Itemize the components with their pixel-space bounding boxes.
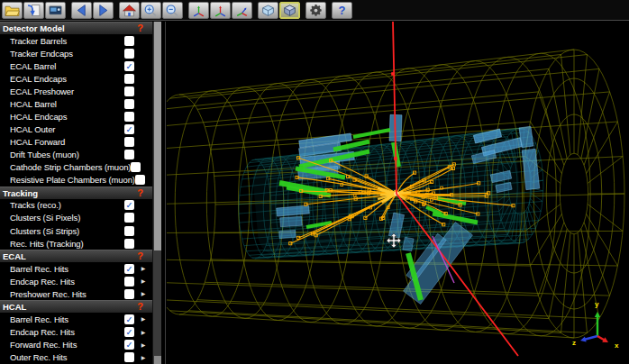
checkbox-cathode-strip-chambers-muon[interactable] [131,162,141,172]
item-label: HCAL Outer [10,124,124,134]
sidebar-item-detector-model-hcal-forward: HCAL Forward [0,136,152,149]
axes-3-icon [234,4,250,17]
zoom-in-button[interactable] [141,2,161,19]
section-help-link[interactable]: ? [137,23,143,33]
checkbox-hcal-barrel[interactable] [124,99,134,109]
checkbox-tracker-endcaps[interactable] [124,49,134,59]
section-title: Tracking [3,188,137,198]
checkbox-drift-tubes-muon[interactable] [124,150,134,159]
checkbox-ecal-preshower[interactable] [124,86,134,96]
sidebar-item-tracking-tracks-reco: Tracks (reco.)✓ [0,199,152,212]
cube-light-icon [260,4,276,17]
section-header-detector-model: Detector Model? [0,22,152,34]
expand-arrow-icon[interactable]: ▶ [138,316,149,322]
panel-divider [165,22,166,364]
view-axis-yz-button[interactable] [232,2,252,19]
checkbox-rec-hits-tracking[interactable] [124,239,134,249]
axis-label-z: z [572,339,576,347]
expand-arrow-icon[interactable]: ▶ [138,278,149,284]
layer-tree-panel: Detector Model?Tracker BarrelsTracker En… [0,22,152,364]
expand-arrow-icon[interactable]: ▶ [138,330,149,335]
checkbox-clusters-si-strips[interactable] [124,226,134,236]
item-label: Barrel Rec. Hits [10,264,124,274]
expand-arrow-icon[interactable]: ▶ [138,355,149,360]
expand-arrow-icon[interactable]: ▶ [138,342,149,348]
sidebar-item-ecal-preshower-rec-hits: Preshower Rec. Hits▶ [0,287,152,300]
toolbar-group [305,2,326,19]
sidebar-item-detector-model-hcal-outer: HCAL Outer✓ [0,123,152,136]
toolbar-group [2,2,66,19]
checkbox-endcap-rec-hits[interactable] [124,277,134,287]
import-event-button[interactable] [23,2,44,19]
sidebar-item-tracking-clusters-si-pixels: Clusters (Si Pixels) [0,212,152,224]
item-label: ECAL Barrel [10,61,124,71]
checkbox-clusters-si-pixels[interactable] [124,213,134,223]
section-title: HCAL [3,302,137,312]
checkbox-ecal-endcaps[interactable] [124,74,134,84]
checkbox-barrel-rec-hits[interactable]: ✓ [124,264,134,274]
item-label: Resistive Plate Chambers (muon) [10,175,135,185]
sidebar-item-hcal-outer-rec-hits: Outer Rec. Hits▶ [0,351,152,364]
reset-view-button[interactable] [119,2,140,19]
sidebar-scrollbar[interactable] [152,22,161,364]
orthographic-view-button[interactable] [279,2,300,19]
item-label: ECAL Preshower [10,86,124,96]
checkbox-preshower-rec-hits[interactable] [124,289,134,299]
checkbox-forward-rec-hits[interactable]: ✓ [124,340,134,350]
previous-event-button[interactable] [71,2,92,19]
checkbox-hcal-outer[interactable]: ✓ [124,124,134,134]
settings-button[interactable] [305,2,326,19]
toolbar-group [119,2,183,19]
toolbar-group: ? [332,2,352,19]
sidebar-item-detector-model-tracker-endcaps: Tracker Endcaps [0,47,152,59]
section-header-tracking: Tracking? [0,187,152,199]
item-label: HCAL Barrel [10,99,124,109]
section-header-ecal: ECAL? [0,250,152,262]
item-label: Rec. Hits (Tracking) [10,239,124,249]
sidebar-scrollbar-thumb[interactable] [154,22,161,250]
checkbox-hcal-forward[interactable] [124,137,134,147]
open-file-button[interactable] [2,2,23,19]
export-image-button[interactable] [45,2,66,19]
viewport-3d[interactable]: yzx [167,22,629,364]
folder-icon [5,4,20,17]
sidebar-item-hcal-barrel-rec-hits: Barrel Rec. Hits✓▶ [0,313,152,325]
checkbox-hcal-endcaps[interactable] [124,112,134,122]
cube-dark-icon [282,4,297,17]
expand-arrow-icon[interactable]: ▶ [138,291,149,296]
expand-arrow-icon[interactable]: ▶ [138,266,149,271]
item-label: ECAL Endcaps [10,74,124,84]
sidebar-scrollbar-button[interactable] [154,356,161,364]
checkbox-barrel-rec-hits[interactable]: ✓ [124,314,134,324]
sidebar-item-detector-model-ecal-preshower: ECAL Preshower [0,85,152,97]
checkbox-tracker-barrels[interactable] [124,36,134,46]
sidebar-item-detector-model-hcal-endcaps: HCAL Endcaps [0,110,152,123]
zoom-out-button[interactable] [162,2,183,19]
item-label: Drift Tubes (muon) [10,150,124,159]
main-toolbar: ? [0,0,629,21]
checkbox-ecal-barrel[interactable]: ✓ [124,61,134,71]
sidebar-item-detector-model-cathode-strip-chambers-muon: Cathode Strip Chambers (muon) [0,161,152,174]
toolbar-group [188,2,252,19]
sidebar-item-hcal-endcap-rec-hits: Endcap Rec. Hits✓▶ [0,326,152,339]
checkbox-outer-rec-hits[interactable] [124,352,134,362]
axes-1-icon [191,4,206,17]
perspective-view-button[interactable] [258,2,278,19]
view-axis-xy-button[interactable] [188,2,209,19]
sidebar-item-tracking-rec-hits-tracking: Rec. Hits (Tracking) [0,237,152,250]
section-help-link[interactable]: ? [137,188,143,198]
checkbox-tracks-reco[interactable]: ✓ [124,200,134,210]
section-help-link[interactable]: ? [137,251,143,261]
item-label: Tracker Barrels [10,36,124,46]
sidebar-item-detector-model-drift-tubes-muon: Drift Tubes (muon) [0,149,152,161]
next-event-button[interactable] [93,2,114,19]
help-button[interactable]: ? [332,2,352,19]
sidebar-item-detector-model-ecal-barrel: ECAL Barrel✓ [0,59,152,72]
section-help-link[interactable]: ? [137,302,143,312]
item-label: Clusters (Si Strips) [10,226,124,236]
view-axis-xz-button[interactable] [210,2,231,19]
item-label: HCAL Forward [10,137,124,147]
checkbox-endcap-rec-hits[interactable]: ✓ [124,327,134,337]
import-icon [26,4,41,17]
checkbox-resistive-plate-chambers-muon[interactable] [135,175,145,185]
